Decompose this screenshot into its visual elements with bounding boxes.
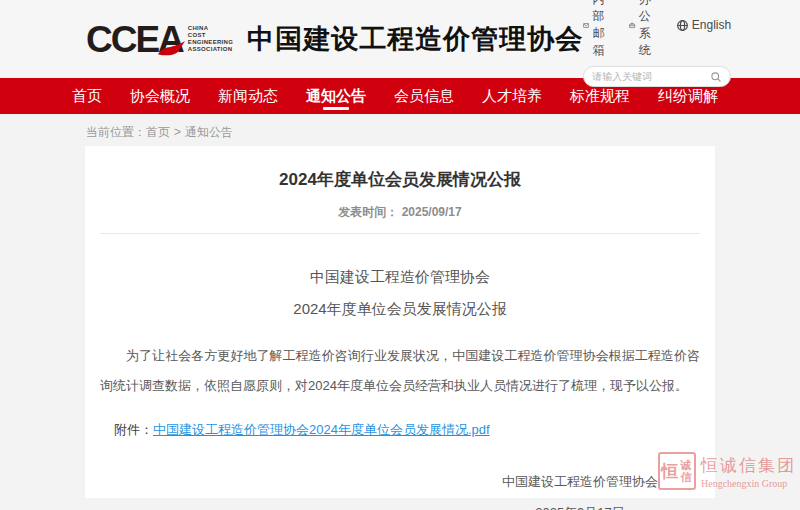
internal-mail-link[interactable]: 内部邮箱	[583, 0, 615, 59]
publish-date-label: 发表时间：	[338, 205, 398, 219]
nav-item-notices[interactable]: 通知公告	[306, 78, 366, 114]
publish-date-row: 发表时间： 2025/09/17	[100, 204, 700, 221]
article-paragraph: 为了让社会各方更好地了解工程造价咨询行业发展状况，中国建设工程造价管理协会根据工…	[100, 341, 700, 401]
watermark-text: 恒诚信集团 Hengchengxin Group	[701, 454, 796, 489]
breadcrumb-home-link[interactable]: 首页	[146, 125, 170, 139]
nav-item-training[interactable]: 人才培养	[482, 78, 542, 114]
breadcrumb: 当前位置：首页>通知公告	[0, 114, 800, 146]
attachment-label: 附件：	[114, 422, 153, 437]
nav-item-members[interactable]: 会员信息	[394, 78, 454, 114]
breadcrumb-separator: >	[174, 125, 181, 139]
nav-item-standards[interactable]: 标准规程	[570, 78, 630, 114]
logo-swoosh-icon	[157, 41, 187, 56]
article-card: 2024年度单位会员发展情况公报 发表时间： 2025/09/17 中国建设工程…	[85, 146, 715, 498]
watermark-name-cn: 恒诚信集团	[701, 454, 796, 477]
nav-item-about[interactable]: 协会概况	[130, 78, 190, 114]
site-title: 中国建设工程造价管理协会	[247, 21, 583, 57]
signature-date: 2025年9月17日	[460, 504, 700, 510]
site-logo[interactable]: CCEA CHINA COST ENGINEERING ASSOCIATION …	[86, 21, 583, 58]
english-link[interactable]: English	[676, 18, 731, 32]
document-org-line: 中国建设工程造价管理协会	[100, 268, 700, 287]
article-title: 2024年度单位会员发展情况公报	[100, 168, 700, 191]
main-nav: 首页 协会概况 新闻动态 通知公告 会员信息 人才培养 标准规程 纠纷调解	[0, 78, 800, 114]
nav-list: 首页 协会概况 新闻动态 通知公告 会员信息 人才培养 标准规程 纠纷调解	[72, 78, 718, 114]
document-title-line: 2024年度单位会员发展情况公报	[100, 300, 700, 319]
envelope-icon	[583, 19, 589, 32]
office-system-link[interactable]: 办公系统	[629, 0, 661, 59]
watermark-name-en: Hengchengxin Group	[701, 478, 796, 489]
attachment-row: 附件：中国建设工程造价管理协会2024年度单位会员发展情况.pdf	[100, 421, 700, 439]
quick-links: 内部邮箱 办公系统 English	[583, 0, 731, 59]
publish-date-value: 2025/09/17	[402, 205, 462, 219]
office-system-label: 办公系统	[639, 0, 662, 59]
site-header: CCEA CHINA COST ENGINEERING ASSOCIATION …	[0, 0, 800, 78]
nav-item-home[interactable]: 首页	[72, 78, 102, 114]
english-label: English	[692, 18, 731, 32]
signature-org: 中国建设工程造价管理协会	[460, 473, 700, 491]
attachment-pdf-link[interactable]: 中国建设工程造价管理协会2024年度单位会员发展情况.pdf	[153, 422, 490, 437]
logo-subtext: CHINA COST ENGINEERING ASSOCIATION	[188, 25, 233, 53]
briefcase-icon	[629, 19, 635, 32]
breadcrumb-current-link[interactable]: 通知公告	[185, 125, 233, 139]
internal-mail-label: 内部邮箱	[592, 0, 615, 59]
nav-item-mediation[interactable]: 纠纷调解	[658, 78, 718, 114]
header-utilities: 内部邮箱 办公系统 English	[583, 0, 731, 87]
logo-acronym: CCEA	[86, 21, 183, 58]
title-divider	[100, 233, 700, 234]
breadcrumb-prefix: 当前位置：	[86, 125, 146, 139]
globe-icon	[676, 19, 689, 32]
nav-item-news[interactable]: 新闻动态	[218, 78, 278, 114]
signature-block: 中国建设工程造价管理协会 2025年9月17日	[460, 473, 700, 510]
